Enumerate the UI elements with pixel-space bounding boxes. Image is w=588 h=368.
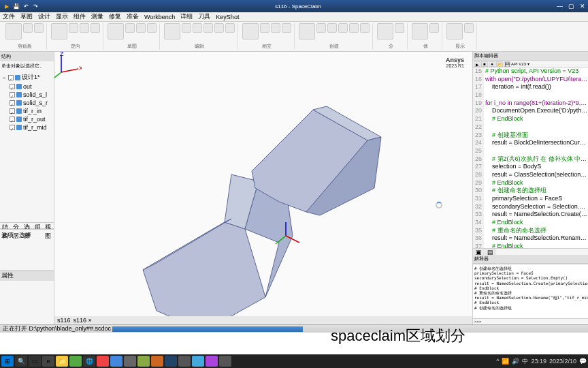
ribbon-button[interactable] bbox=[327, 23, 337, 33]
tab-select[interactable]: 选择 bbox=[22, 223, 33, 228]
tab-snippets[interactable]: ▣ bbox=[473, 249, 485, 255]
ribbon-button[interactable] bbox=[464, 23, 474, 33]
ribbon-button[interactable] bbox=[395, 23, 404, 33]
structure-tree[interactable]: − 设计1* outsolid_s_lsolid_s_rtif_r_intif_… bbox=[0, 71, 54, 222]
app-7[interactable] bbox=[165, 356, 177, 367]
ribbon-button[interactable] bbox=[316, 23, 326, 33]
menu-tools[interactable]: 刀具 bbox=[198, 12, 210, 21]
app-edge[interactable]: e bbox=[42, 356, 54, 367]
ribbon-button[interactable] bbox=[91, 23, 100, 33]
app-4[interactable] bbox=[124, 356, 136, 367]
tree-item[interactable]: tif_r_mid bbox=[1, 123, 52, 132]
tree-item[interactable]: out bbox=[1, 82, 52, 91]
app-explorer[interactable]: 📁 bbox=[56, 356, 68, 367]
stop-icon[interactable]: ■ bbox=[481, 61, 488, 67]
ribbon-button[interactable] bbox=[203, 23, 213, 33]
ribbon-button[interactable] bbox=[80, 23, 89, 33]
checkbox[interactable] bbox=[8, 75, 14, 80]
script-line[interactable]: 26 # 第2(共6)次执行 在 修补实体 中 壳体 bbox=[473, 155, 588, 164]
tree-item[interactable]: tif_r_in bbox=[1, 107, 52, 115]
view-triad-icon[interactable]: X Z bbox=[54, 52, 82, 79]
script-line[interactable]: 37 # EndBlock bbox=[473, 243, 588, 248]
script-line[interactable]: 25 bbox=[473, 147, 588, 155]
menu-detail[interactable]: 详细 bbox=[180, 12, 193, 21]
tab-output[interactable]: ▤ bbox=[485, 249, 496, 255]
ribbon-button[interactable] bbox=[271, 23, 280, 33]
ribbon-button[interactable] bbox=[412, 23, 428, 40]
app-10[interactable] bbox=[206, 356, 218, 367]
save-icon[interactable]: 💾 bbox=[504, 61, 510, 67]
tree-item[interactable]: solid_s_l bbox=[1, 91, 52, 99]
script-line[interactable]: 30 # 创建命名的选择组 bbox=[473, 187, 588, 195]
minimize-icon[interactable]: — bbox=[557, 3, 563, 10]
tab-layers[interactable]: 分层 bbox=[11, 223, 22, 228]
ribbon-button[interactable] bbox=[182, 23, 191, 33]
checkbox[interactable] bbox=[10, 117, 15, 122]
tray-vol-icon[interactable]: 🔊 bbox=[512, 358, 519, 365]
ribbon-button[interactable] bbox=[164, 23, 180, 40]
taskview-icon[interactable]: ▭ bbox=[29, 356, 41, 367]
ribbon-button[interactable] bbox=[125, 23, 135, 33]
ribbon-button[interactable] bbox=[360, 23, 370, 33]
maximize-icon[interactable]: ▢ bbox=[568, 3, 574, 10]
ribbon-button[interactable] bbox=[69, 23, 78, 33]
console-input[interactable]: >>> bbox=[473, 318, 588, 324]
script-line[interactable]: 22 bbox=[473, 123, 588, 132]
menu-file[interactable]: 文件 bbox=[3, 12, 15, 21]
menu-workbench[interactable]: Workbench bbox=[144, 14, 175, 20]
ribbon-button[interactable] bbox=[225, 23, 235, 33]
menu-sketch[interactable]: 草图 bbox=[20, 12, 33, 21]
menu-design[interactable]: 设计 bbox=[38, 12, 50, 21]
script-line[interactable]: 32 secondarySelection = Selection.Empty(… bbox=[473, 203, 588, 211]
menu-repair[interactable]: 修复 bbox=[109, 12, 121, 21]
script-line[interactable]: 20 DocumentOpen.Execute('D:/python/LUPYF… bbox=[473, 107, 588, 115]
app-2[interactable] bbox=[97, 356, 109, 367]
script-line[interactable]: 33 result = NamedSelection.Create(primar… bbox=[473, 211, 588, 219]
app-chrome[interactable]: 🌐 bbox=[83, 356, 95, 367]
menu-measure[interactable]: 测量 bbox=[91, 12, 103, 21]
checkbox[interactable] bbox=[10, 125, 15, 130]
tray-time[interactable]: 23:19 bbox=[531, 358, 546, 365]
script-line[interactable]: 19for i_no in range(81+(iteration-2)*9,9… bbox=[473, 99, 588, 108]
script-line[interactable]: 35 # 重命名的命名选择 bbox=[473, 227, 588, 235]
ribbon-button[interactable] bbox=[5, 23, 22, 40]
checkbox[interactable] bbox=[10, 84, 15, 89]
tab-views[interactable]: 视图 bbox=[43, 223, 54, 228]
app-9[interactable] bbox=[192, 356, 204, 367]
ribbon-button[interactable] bbox=[299, 23, 315, 40]
app-8[interactable] bbox=[178, 356, 191, 367]
tray-ime-icon[interactable]: 中 bbox=[522, 357, 528, 366]
collapse-icon[interactable]: − bbox=[1, 74, 7, 81]
qat-redo-icon[interactable]: ↷ bbox=[31, 2, 39, 10]
app-3[interactable] bbox=[110, 356, 122, 367]
script-line[interactable]: 31 primarySelection = FaceS bbox=[473, 195, 588, 203]
ribbon-button[interactable] bbox=[193, 23, 202, 33]
ribbon-button[interactable] bbox=[377, 23, 393, 40]
ribbon-button[interactable] bbox=[214, 23, 224, 33]
menu-keyshot[interactable]: KeyShot bbox=[216, 14, 239, 20]
menu-display[interactable]: 显示 bbox=[56, 12, 68, 21]
ribbon-button[interactable] bbox=[108, 23, 124, 40]
app-5[interactable] bbox=[137, 356, 150, 367]
tab-structure[interactable]: 结构 bbox=[0, 223, 11, 228]
ribbon-button[interactable] bbox=[136, 23, 146, 33]
tab-groups[interactable]: 组 bbox=[33, 223, 43, 228]
run-icon[interactable]: ▶ bbox=[474, 61, 480, 67]
tray-date[interactable]: 2023/2/10 bbox=[549, 358, 576, 365]
search-icon[interactable]: 🔍 bbox=[15, 356, 27, 367]
ribbon-button[interactable] bbox=[338, 23, 348, 33]
3d-viewport[interactable]: Ansys 2023 R1 X Z s116 s116 × bbox=[54, 52, 472, 324]
close-icon[interactable]: ✕ bbox=[580, 3, 585, 10]
app-11[interactable] bbox=[219, 356, 231, 367]
ribbon-button[interactable] bbox=[242, 23, 259, 40]
console-output[interactable]: # 创建命名的选择组 primarySelection = FaceS seco… bbox=[473, 264, 588, 318]
menu-assembly[interactable]: 组件 bbox=[74, 12, 86, 21]
start-button[interactable]: ⊞ bbox=[1, 356, 14, 367]
system-tray[interactable]: ^ 📶 🔊 中 23:19 2023/2/10 💬 bbox=[496, 357, 587, 366]
qat-undo-icon[interactable]: ↶ bbox=[22, 2, 30, 10]
script-line[interactable]: 29 # EndBlock bbox=[473, 179, 588, 187]
tray-notif-icon[interactable]: 💬 bbox=[579, 358, 587, 365]
record-icon[interactable]: ● bbox=[489, 61, 495, 67]
ribbon-button[interactable] bbox=[34, 23, 44, 33]
tree-item[interactable]: tif_r_out bbox=[1, 115, 52, 123]
